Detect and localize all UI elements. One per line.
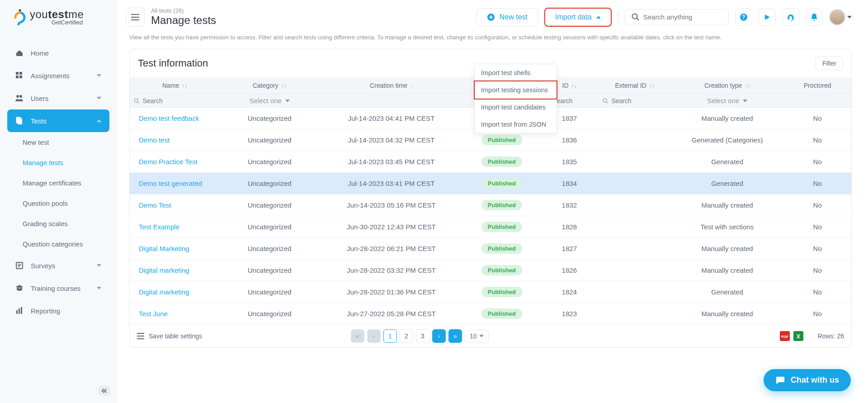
filter-input[interactable] xyxy=(142,97,216,104)
filter-input[interactable] xyxy=(611,97,667,104)
sidebar-sub-question-pools[interactable]: Question pools xyxy=(7,193,109,213)
chevron-down-icon xyxy=(285,100,290,102)
rows-count: Rows: 26 xyxy=(818,332,844,340)
dropdown-item-import-testing-sessions[interactable]: Import testing sessions xyxy=(474,81,557,100)
filter-button[interactable]: Filter xyxy=(816,57,843,70)
sidebar-sub-grading-scales[interactable]: Grading scales xyxy=(7,213,109,234)
page-2[interactable]: 2 xyxy=(400,329,413,343)
col-header-proctored[interactable]: Proctored xyxy=(783,77,851,94)
cell-type: Manually created xyxy=(671,238,783,260)
test-link[interactable]: Test Example xyxy=(139,223,179,231)
test-link[interactable]: Digital Marketing xyxy=(139,245,189,252)
test-link[interactable]: Test June xyxy=(139,310,168,318)
description: View all the tests you have permission t… xyxy=(129,34,852,41)
cell-time: Jun-30-2022 12:43 PM CEST xyxy=(319,216,463,238)
chat-widget[interactable]: Chat with us xyxy=(764,369,851,391)
import-data-button[interactable]: Import data xyxy=(544,8,612,27)
new-test-button[interactable]: New test xyxy=(476,8,538,26)
sidebar-item-surveys[interactable]: Surveys xyxy=(7,254,109,277)
save-settings-label: Save table settings xyxy=(149,332,202,340)
cell-time: Jun-27-2022 05:28 PM CEST xyxy=(319,303,463,325)
svg-rect-3 xyxy=(16,76,19,78)
test-link[interactable]: Digital marketing xyxy=(139,266,189,274)
sidebar-sub-question-categories[interactable]: Question categories xyxy=(7,234,109,254)
svg-rect-1 xyxy=(16,72,19,75)
test-link[interactable]: Demo Test xyxy=(139,201,171,209)
global-search[interactable] xyxy=(625,9,729,25)
test-link[interactable]: Demo test xyxy=(139,136,170,144)
play-icon xyxy=(764,14,771,21)
sidebar-item-reporting[interactable]: Reporting xyxy=(7,299,109,322)
cell-time: Jun-28-2022 03:32 PM CEST xyxy=(319,260,463,281)
support-button[interactable] xyxy=(782,9,799,26)
nav-label: Tests xyxy=(31,117,47,125)
filter-search[interactable] xyxy=(602,97,667,104)
sidebar-sub-manage-certificates[interactable]: Manage certificates xyxy=(7,173,109,193)
collapse-sidebar-button[interactable] xyxy=(99,386,110,396)
pdf-export-icon[interactable]: PDF xyxy=(780,331,790,341)
cell-id: 1824 xyxy=(540,281,599,303)
excel-export-icon[interactable]: X xyxy=(793,331,803,341)
test-link[interactable]: Demo Practice Test xyxy=(139,158,198,166)
filter-select[interactable]: Select one xyxy=(224,97,316,104)
page-3[interactable]: 3 xyxy=(416,329,429,343)
save-table-settings[interactable]: Save table settings xyxy=(137,332,202,340)
user-menu[interactable] xyxy=(829,9,852,25)
status-badge: Published xyxy=(481,308,522,319)
nav-label: Home xyxy=(31,49,49,57)
svg-point-0 xyxy=(19,9,21,11)
cell-proctored: No xyxy=(783,216,851,238)
play-button[interactable] xyxy=(759,9,776,26)
cell-type: Generated xyxy=(671,151,783,173)
help-button[interactable]: ? xyxy=(735,9,752,26)
col-header-creation-type[interactable]: Creation type↑↓ xyxy=(671,77,783,94)
sort-icon: ↑↓ xyxy=(649,83,655,89)
cell-id: 1827 xyxy=(540,238,599,260)
sidebar-sub-manage-tests[interactable]: Manage tests xyxy=(7,152,109,173)
sort-icon: ↑↓ xyxy=(281,83,287,89)
cell-id: 1828 xyxy=(540,216,599,238)
col-header-category[interactable]: Category↑↓ xyxy=(220,77,320,94)
logo-mark-icon xyxy=(14,9,26,25)
dropdown-item-import-test-from-json[interactable]: Import test from JSON xyxy=(475,116,557,133)
panel-footer: Save table settings «‹123›»10 PDF X Rows… xyxy=(130,325,851,347)
notifications-button[interactable] xyxy=(806,9,823,26)
sidebar-item-assignments[interactable]: Assignments xyxy=(7,64,109,87)
logo[interactable]: youtestme GetCertified xyxy=(0,8,117,26)
test-link[interactable]: Digital marketing xyxy=(139,288,189,296)
filter-select[interactable]: Select one xyxy=(675,97,780,104)
sidebar-item-home[interactable]: Home xyxy=(7,42,109,64)
test-link[interactable]: Demo test generated xyxy=(139,180,202,187)
col-header-external-id[interactable]: External ID↑↓ xyxy=(599,77,671,94)
page-next[interactable]: › xyxy=(432,329,446,343)
sidebar-item-training-courses[interactable]: Training courses xyxy=(7,277,109,299)
sidebar-item-tests[interactable]: Tests xyxy=(7,109,109,132)
dropdown-item-import-test-shells[interactable]: Import test shells xyxy=(475,64,557,81)
chat-label: Chat with us xyxy=(791,375,839,385)
assignments-icon xyxy=(15,71,24,80)
import-data-dropdown: Import test shellsImport testing session… xyxy=(474,64,557,133)
col-header-name[interactable]: Name↑↓ xyxy=(130,77,220,94)
cell-external-id xyxy=(599,303,671,325)
breadcrumb[interactable]: All tests (26) xyxy=(151,7,216,14)
sidebar-sub-new-test[interactable]: New test xyxy=(7,132,109,152)
per-page-select[interactable]: 10 xyxy=(465,330,489,342)
cell-proctored: No xyxy=(783,151,851,173)
global-search-input[interactable] xyxy=(643,13,722,21)
cell-time: Jul-14-2023 03:45 PM CEST xyxy=(319,151,463,173)
page-1[interactable]: 1 xyxy=(383,329,397,343)
sidebar-item-users[interactable]: Users xyxy=(7,87,109,109)
new-test-label: New test xyxy=(500,13,528,21)
col-header-creation-time[interactable]: Creation time↑ xyxy=(319,77,463,94)
nav-label: Reporting xyxy=(31,307,60,315)
cell-proctored: No xyxy=(783,194,851,216)
test-link[interactable]: Demo test feedback xyxy=(139,114,199,122)
chevron-up-icon xyxy=(97,119,101,122)
nav: HomeAssignmentsUsersTestsNew testManage … xyxy=(0,42,117,322)
filter-input[interactable] xyxy=(552,97,595,104)
dropdown-item-import-test-candidates[interactable]: Import test candidates xyxy=(475,99,557,116)
page-last[interactable]: » xyxy=(448,329,462,343)
menu-toggle-button[interactable] xyxy=(126,8,145,27)
status-badge: Published xyxy=(481,178,522,189)
filter-search[interactable] xyxy=(133,97,217,104)
